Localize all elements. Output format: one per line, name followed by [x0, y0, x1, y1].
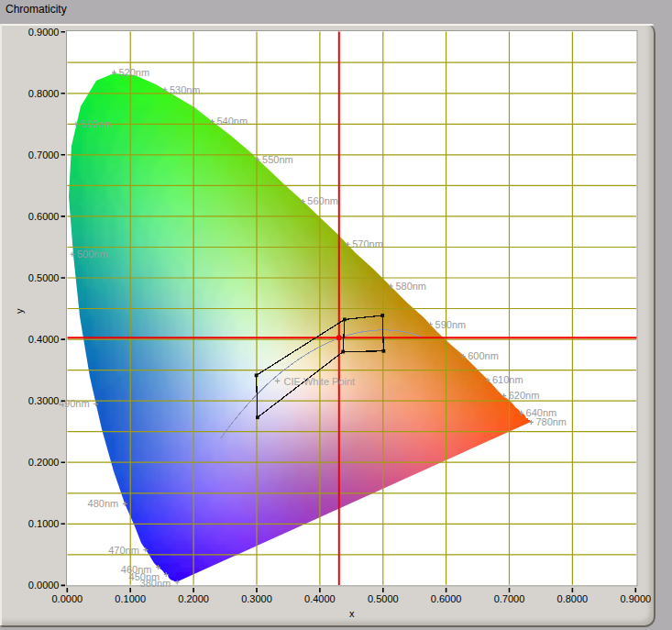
svg-text:0.0000: 0.0000 — [28, 580, 60, 591]
svg-text:480nm: 480nm — [88, 498, 119, 509]
svg-text:0.9000: 0.9000 — [620, 593, 651, 604]
svg-text:560nm: 560nm — [307, 195, 338, 206]
svg-text:0.3000: 0.3000 — [241, 593, 272, 604]
svg-text:460nm: 460nm — [121, 564, 152, 575]
svg-text:540nm: 540nm — [217, 116, 248, 127]
svg-text:CIE White Point: CIE White Point — [284, 376, 356, 387]
svg-text:0.6000: 0.6000 — [431, 593, 462, 604]
svg-text:0.5000: 0.5000 — [28, 272, 60, 283]
svg-text:780nm: 780nm — [535, 416, 567, 427]
svg-text:610nm: 610nm — [492, 374, 523, 385]
svg-text:500nm: 500nm — [77, 249, 108, 260]
svg-text:0.3000: 0.3000 — [28, 395, 60, 406]
svg-text:0.8000: 0.8000 — [28, 88, 60, 99]
svg-text:0.6000: 0.6000 — [28, 211, 60, 222]
svg-text:0.9000: 0.9000 — [28, 27, 60, 38]
svg-text:570nm: 570nm — [352, 238, 383, 249]
svg-text:520nm: 520nm — [119, 67, 150, 78]
svg-text:550nm: 550nm — [262, 154, 293, 165]
svg-text:600nm: 600nm — [468, 350, 499, 361]
svg-text:490nm: 490nm — [59, 398, 90, 409]
svg-text:0.4000: 0.4000 — [304, 593, 336, 604]
svg-text:0.4000: 0.4000 — [28, 334, 60, 345]
svg-text:0.1000: 0.1000 — [115, 593, 146, 604]
svg-text:y: y — [14, 308, 25, 314]
svg-text:0.5000: 0.5000 — [368, 593, 399, 604]
svg-text:620nm: 620nm — [509, 390, 540, 401]
svg-text:x: x — [349, 608, 355, 619]
svg-text:0.7000: 0.7000 — [28, 149, 60, 160]
svg-text:510nm: 510nm — [81, 118, 112, 129]
svg-text:530nm: 530nm — [170, 84, 201, 95]
svg-text:0.1000: 0.1000 — [28, 518, 60, 529]
svg-text:590nm: 590nm — [435, 319, 467, 330]
svg-text:580nm: 580nm — [395, 281, 426, 292]
svg-text:0.2000: 0.2000 — [28, 457, 60, 468]
svg-text:0.0000: 0.0000 — [51, 593, 83, 604]
svg-text:0.8000: 0.8000 — [557, 593, 589, 604]
svg-text:0.2000: 0.2000 — [178, 593, 209, 604]
svg-text:0.7000: 0.7000 — [494, 593, 525, 604]
svg-text:470nm: 470nm — [108, 545, 139, 556]
